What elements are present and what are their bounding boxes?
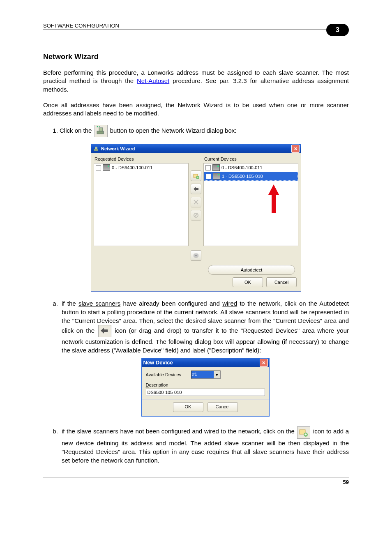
- svg-rect-1: [99, 128, 103, 131]
- svg-rect-14: [194, 254, 198, 257]
- checkbox-icon[interactable]: [205, 165, 211, 170]
- list-item[interactable]: 0 - DS6400-100-011: [204, 164, 298, 172]
- step-b: if the slave scanners have not been conf…: [60, 425, 349, 465]
- clear-button[interactable]: [191, 210, 201, 221]
- scanner-icon: [103, 164, 110, 171]
- cancel-button[interactable]: Cancel: [266, 277, 297, 287]
- page-number: 59: [343, 479, 349, 485]
- svg-text:+: +: [304, 432, 307, 437]
- autodetect-button[interactable]: Autodetect: [208, 265, 295, 275]
- svg-rect-5: [95, 147, 97, 149]
- requested-devices-panel[interactable]: 0 - DS6400-100-011: [94, 163, 189, 246]
- svg-rect-4: [94, 149, 98, 151]
- add-device-icon: +: [297, 426, 310, 439]
- paragraph-2: Once all addresses have been assigned, t…: [43, 101, 349, 118]
- current-devices-panel[interactable]: 0 - DS6400-100-011 1 - DS6500-105-010: [203, 163, 298, 246]
- requested-devices-label: Requested Devices: [95, 157, 189, 161]
- description-input[interactable]: [146, 389, 265, 396]
- step-a: if the slave scanners have already been …: [60, 299, 349, 416]
- intro-paragraph: Before performing this procedure, a Lonw…: [43, 69, 349, 94]
- list-item[interactable]: 1 - DS6500-105-010: [204, 172, 298, 181]
- net-autoset-link[interactable]: Net-Autoset: [137, 77, 169, 84]
- new-device-dialog: New Device ✕ Available Devices #1 ▾ Desc…: [141, 358, 270, 416]
- svg-rect-0: [97, 131, 104, 134]
- svg-marker-9: [194, 187, 198, 191]
- available-devices-label: Available Devices: [146, 372, 187, 378]
- current-devices-label: Current Devices: [204, 157, 298, 161]
- checkbox-icon[interactable]: [96, 165, 101, 170]
- highlight-arrow-icon: [267, 184, 280, 213]
- svg-line-13: [194, 214, 198, 217]
- remove-button[interactable]: [191, 197, 201, 207]
- scanner-icon: [213, 173, 220, 180]
- chevron-down-icon[interactable]: ▾: [214, 371, 220, 378]
- newdev-titlebar: New Device ✕: [142, 358, 269, 367]
- step-1: Click on the button to open the Network …: [60, 125, 349, 137]
- svg-line-2: [97, 126, 98, 127]
- ok-button[interactable]: OK: [173, 402, 203, 412]
- close-icon[interactable]: ✕: [260, 359, 268, 367]
- list-item[interactable]: 0 - DS6400-100-011: [94, 164, 188, 172]
- header-section: SOFTWARE CONFIGURATION: [43, 23, 119, 29]
- available-devices-combo[interactable]: #1 ▾: [191, 371, 221, 379]
- move-left-icon: [98, 325, 111, 337]
- network-wizard-icon: [95, 125, 108, 137]
- properties-button[interactable]: [191, 250, 201, 261]
- network-wizard-dialog: Network Wizard ✕ Requested Devices 0 - D…: [91, 144, 301, 292]
- cancel-button[interactable]: Cancel: [208, 402, 238, 412]
- svg-marker-18: [101, 328, 108, 334]
- add-device-button[interactable]: +: [191, 170, 201, 181]
- checkbox-icon[interactable]: [206, 174, 211, 179]
- section-title: Network Wizard: [43, 53, 349, 61]
- chapter-badge: 3: [326, 24, 349, 36]
- close-icon[interactable]: ✕: [291, 145, 300, 153]
- ok-button[interactable]: OK: [233, 277, 263, 287]
- move-left-button[interactable]: [191, 184, 201, 194]
- scanner-icon: [212, 164, 220, 171]
- svg-text:+: +: [197, 176, 199, 179]
- svg-marker-17: [268, 184, 279, 213]
- wizard-titlebar: Network Wizard ✕: [91, 144, 301, 153]
- description-label: Description: [146, 382, 168, 387]
